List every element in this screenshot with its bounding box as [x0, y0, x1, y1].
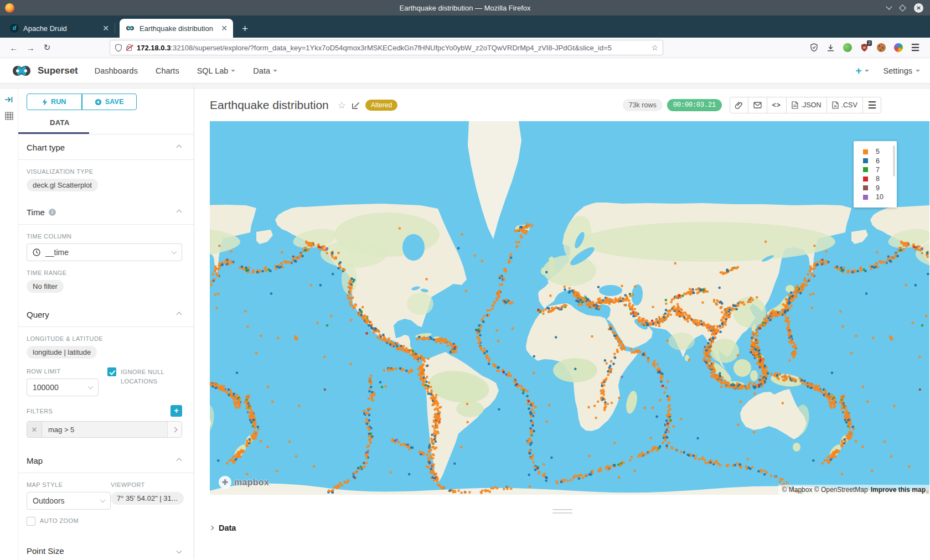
- legend-item[interactable]: 9: [863, 184, 897, 193]
- chevron-down-icon: [172, 249, 177, 255]
- superset-logo[interactable]: Superset: [10, 64, 78, 78]
- nav-item-dashboards[interactable]: Dashboards: [95, 66, 138, 75]
- viz-type-value[interactable]: deck.gl Scatterplot: [27, 179, 98, 191]
- settings-menu[interactable]: Settings: [884, 66, 920, 75]
- info-icon: i: [49, 209, 56, 216]
- data-panel-toggle[interactable]: Data: [210, 523, 236, 532]
- legend-item[interactable]: 6: [863, 156, 897, 165]
- lonlat-value[interactable]: longitude | latitude: [27, 346, 97, 359]
- chevron-up-icon: [177, 210, 182, 215]
- legend-swatch: [863, 149, 868, 154]
- attribution-text: © Mapbox © OpenStreetMap: [782, 486, 868, 494]
- time-column-label: TIME COLUMN: [27, 233, 182, 240]
- insecure-lock-icon[interactable]: [126, 44, 133, 51]
- extension-shield-icon[interactable]: w 2: [860, 43, 869, 52]
- export-csv-button[interactable]: .CSV: [827, 97, 863, 113]
- run-button[interactable]: RUN: [27, 94, 82, 110]
- superset-infinity-icon: [10, 64, 33, 78]
- collapse-panel-icon[interactable]: [4, 96, 13, 103]
- control-panel: RUN SAVE DATA Chart type VISUALIZATION T…: [18, 84, 194, 559]
- tab-close-icon[interactable]: ✕: [221, 24, 228, 33]
- reload-icon[interactable]: ↻: [39, 43, 55, 53]
- section-chart-type[interactable]: Chart type: [27, 134, 182, 159]
- tab-apache-druid[interactable]: d Apache Druid ✕: [4, 19, 115, 38]
- chevron-up-icon: [177, 145, 182, 151]
- legend-swatch: [863, 167, 868, 172]
- nav-item-charts[interactable]: Charts: [156, 66, 179, 75]
- deckgl-map-canvas[interactable]: 5678910 ✚ mapbox © Mapbox © OpenStreetMa…: [210, 121, 929, 495]
- export-json-button[interactable]: .JSON: [787, 97, 827, 113]
- url-bar[interactable]: 172.18.0.3:32108/superset/explore/?form_…: [110, 40, 663, 55]
- bookmark-star-icon[interactable]: ☆: [651, 43, 658, 52]
- extension-cookie-icon[interactable]: [877, 43, 886, 52]
- datasource-grid-icon[interactable]: [5, 112, 13, 120]
- extension-green-icon[interactable]: [843, 43, 852, 52]
- active-tab-underline: [18, 132, 89, 134]
- extension-pinwheel-icon[interactable]: [894, 43, 903, 52]
- chevron-up-icon: [177, 458, 182, 464]
- section-query[interactable]: Query: [27, 302, 182, 326]
- auto-zoom-checkbox[interactable]: [27, 517, 35, 526]
- new-item-button[interactable]: +: [855, 65, 869, 77]
- chevron-down-icon: [865, 70, 869, 72]
- mapbox-logo[interactable]: ✚ mapbox: [219, 476, 269, 489]
- window-maximize-icon[interactable]: [899, 4, 906, 12]
- window-titlebar[interactable]: Earthquake distribution — Mozilla Firefo…: [0, 0, 930, 15]
- embed-code-button[interactable]: <>: [767, 97, 787, 113]
- ignore-null-checkbox[interactable]: [107, 367, 116, 376]
- section-map[interactable]: Map: [27, 448, 182, 473]
- improve-map-link[interactable]: Improve this map: [871, 486, 926, 494]
- legend-item[interactable]: 7: [863, 165, 897, 174]
- viewport-value[interactable]: 7° 35' 54.02" | 31...: [111, 492, 184, 505]
- filter-label: mag > 5: [42, 422, 167, 437]
- resize-drag-handle[interactable]: [552, 509, 572, 516]
- save-button[interactable]: SAVE: [82, 94, 137, 110]
- tab-earthquake-distribution[interactable]: Earthquake distribution ✕: [120, 19, 233, 38]
- menu-hamburger-icon[interactable]: ☰: [911, 42, 919, 54]
- legend-label: 5: [876, 148, 880, 155]
- file-csv-icon: [832, 101, 839, 109]
- file-json-icon: [792, 101, 798, 109]
- viz-type-label: VISUALIZATION TYPE: [27, 168, 182, 175]
- map-legend: 5678910: [854, 141, 897, 208]
- nav-item-data[interactable]: Data: [253, 66, 277, 75]
- section-point-size[interactable]: Point Size: [27, 538, 182, 560]
- extension-badge: 2: [867, 40, 871, 46]
- legend-swatch: [863, 185, 868, 190]
- chart-menu-button[interactable]: ☰: [863, 97, 881, 113]
- map-style-select[interactable]: Outdoors: [27, 492, 111, 510]
- edit-icon[interactable]: [352, 101, 360, 110]
- row-limit-select[interactable]: 100000: [27, 378, 99, 396]
- share-link-button[interactable]: [730, 97, 748, 113]
- forward-icon[interactable]: →: [22, 43, 39, 53]
- url-host: 172.18.0.3: [137, 44, 170, 52]
- filter-item[interactable]: ✕ mag > 5: [27, 421, 182, 438]
- remove-filter-icon[interactable]: ✕: [27, 422, 42, 437]
- permissions-shield-icon[interactable]: [115, 44, 122, 52]
- email-button[interactable]: [748, 97, 767, 113]
- nav-item-sql-lab[interactable]: SQL Lab: [197, 66, 236, 75]
- row-limit-label: ROW LIMIT: [27, 368, 107, 375]
- datasource-icon-strip: [0, 84, 18, 559]
- chevron-right-icon: [209, 526, 214, 530]
- chart-area: Earthquake distribution ☆ Altered 73k ro…: [194, 84, 930, 559]
- pocket-shield-icon[interactable]: [810, 43, 818, 52]
- window-close-icon[interactable]: ✕: [914, 3, 923, 13]
- legend-item[interactable]: 10: [863, 193, 897, 201]
- window-minimize-icon[interactable]: [886, 3, 892, 9]
- legend-item[interactable]: 8: [863, 174, 897, 183]
- chevron-down-icon: [273, 70, 277, 72]
- favorite-star-icon[interactable]: ☆: [338, 100, 346, 111]
- tab-data[interactable]: DATA: [27, 117, 182, 134]
- time-column-select[interactable]: __time: [27, 243, 182, 261]
- expand-filter-icon[interactable]: [167, 422, 182, 437]
- downloads-icon[interactable]: [826, 44, 835, 52]
- chevron-down-icon: [88, 384, 94, 390]
- section-time[interactable]: Timei: [27, 199, 182, 224]
- new-tab-button[interactable]: +: [242, 23, 248, 35]
- back-icon[interactable]: ←: [6, 43, 22, 53]
- legend-item[interactable]: 5: [863, 147, 897, 156]
- time-range-value[interactable]: No filter: [27, 280, 64, 293]
- add-filter-button[interactable]: +: [170, 405, 182, 417]
- tab-close-icon[interactable]: ✕: [102, 24, 109, 33]
